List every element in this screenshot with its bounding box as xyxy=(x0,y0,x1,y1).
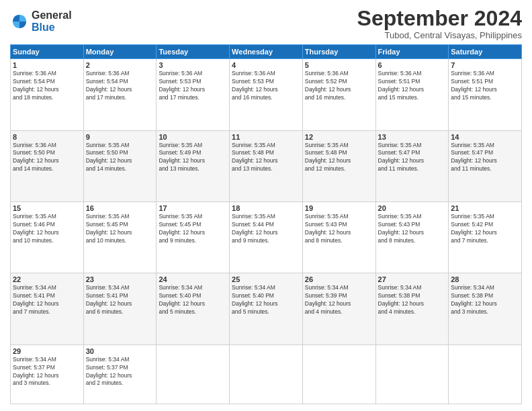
day-info: Sunrise: 5:35 AMSunset: 5:47 PMDaylight:… xyxy=(451,142,519,174)
table-row: 9Sunrise: 5:35 AMSunset: 5:50 PMDaylight… xyxy=(83,130,157,201)
day-info: Sunrise: 5:36 AMSunset: 5:53 PMDaylight:… xyxy=(159,70,227,102)
day-info: Sunrise: 5:34 AMSunset: 5:41 PMDaylight:… xyxy=(86,284,154,316)
day-number: 24 xyxy=(159,275,227,283)
day-number: 25 xyxy=(232,275,300,283)
table-row: 4Sunrise: 5:36 AMSunset: 5:53 PMDaylight… xyxy=(230,59,303,130)
logo-blue: Blue xyxy=(32,21,72,34)
day-number: 27 xyxy=(378,275,447,283)
logo-general: General xyxy=(32,9,72,21)
title-block: September 2024 Tubod, Central Visayas, P… xyxy=(357,7,522,40)
col-monday: Monday xyxy=(83,45,157,59)
day-info: Sunrise: 5:34 AMSunset: 5:38 PMDaylight:… xyxy=(451,284,519,316)
table-row: 7Sunrise: 5:36 AMSunset: 5:51 PMDaylight… xyxy=(449,59,522,130)
day-number: 16 xyxy=(86,204,154,212)
day-number: 30 xyxy=(86,347,154,355)
table-row: 10Sunrise: 5:35 AMSunset: 5:49 PMDayligh… xyxy=(157,130,230,201)
day-number: 26 xyxy=(305,275,373,283)
calendar-table: Sunday Monday Tuesday Wednesday Thursday… xyxy=(10,44,522,404)
day-number: 10 xyxy=(159,133,227,141)
table-row: 18Sunrise: 5:35 AMSunset: 5:44 PMDayligh… xyxy=(230,201,303,273)
table-row: 5Sunrise: 5:36 AMSunset: 5:52 PMDaylight… xyxy=(302,59,375,130)
table-row: 19Sunrise: 5:35 AMSunset: 5:43 PMDayligh… xyxy=(302,201,375,273)
table-row xyxy=(230,345,303,404)
day-info: Sunrise: 5:34 AMSunset: 5:40 PMDaylight:… xyxy=(232,284,300,316)
header: General Blue September 2024 Tubod, Centr… xyxy=(10,7,522,40)
day-number: 5 xyxy=(305,61,373,69)
day-number: 21 xyxy=(451,204,519,212)
table-row: 13Sunrise: 5:35 AMSunset: 5:47 PMDayligh… xyxy=(375,130,449,201)
month-title: September 2024 xyxy=(357,7,522,30)
table-row: 1Sunrise: 5:36 AMSunset: 5:54 PMDaylight… xyxy=(11,59,84,130)
day-info: Sunrise: 5:36 AMSunset: 5:54 PMDaylight:… xyxy=(86,70,154,102)
day-number: 22 xyxy=(13,275,81,283)
logo: General Blue xyxy=(10,9,72,33)
day-info: Sunrise: 5:35 AMSunset: 5:44 PMDaylight:… xyxy=(232,213,300,245)
day-info: Sunrise: 5:35 AMSunset: 5:43 PMDaylight:… xyxy=(305,213,373,245)
day-info: Sunrise: 5:35 AMSunset: 5:45 PMDaylight:… xyxy=(159,213,227,245)
day-number: 15 xyxy=(13,204,81,212)
day-number: 11 xyxy=(232,133,300,141)
day-number: 3 xyxy=(159,61,227,69)
table-row: 15Sunrise: 5:35 AMSunset: 5:46 PMDayligh… xyxy=(11,201,84,273)
table-row: 16Sunrise: 5:35 AMSunset: 5:45 PMDayligh… xyxy=(83,201,157,273)
table-row: 28Sunrise: 5:34 AMSunset: 5:38 PMDayligh… xyxy=(449,273,522,345)
day-number: 28 xyxy=(451,275,519,283)
table-row: 3Sunrise: 5:36 AMSunset: 5:53 PMDaylight… xyxy=(157,59,230,130)
table-row: 12Sunrise: 5:35 AMSunset: 5:48 PMDayligh… xyxy=(302,130,375,201)
table-row xyxy=(157,345,230,404)
day-info: Sunrise: 5:34 AMSunset: 5:41 PMDaylight:… xyxy=(13,284,81,316)
day-info: Sunrise: 5:35 AMSunset: 5:48 PMDaylight:… xyxy=(305,142,373,174)
table-row xyxy=(375,345,449,404)
table-row xyxy=(449,345,522,404)
day-number: 17 xyxy=(159,204,227,212)
col-tuesday: Tuesday xyxy=(157,45,230,59)
day-info: Sunrise: 5:34 AMSunset: 5:37 PMDaylight:… xyxy=(13,356,81,388)
day-number: 6 xyxy=(378,61,447,69)
day-info: Sunrise: 5:36 AMSunset: 5:53 PMDaylight:… xyxy=(232,70,300,102)
table-row: 29Sunrise: 5:34 AMSunset: 5:37 PMDayligh… xyxy=(11,345,84,404)
col-sunday: Sunday xyxy=(11,45,84,59)
table-row: 23Sunrise: 5:34 AMSunset: 5:41 PMDayligh… xyxy=(83,273,157,345)
day-info: Sunrise: 5:35 AMSunset: 5:48 PMDaylight:… xyxy=(232,142,300,174)
day-number: 29 xyxy=(13,347,81,355)
table-row xyxy=(302,345,375,404)
col-friday: Friday xyxy=(375,45,449,59)
table-row: 17Sunrise: 5:35 AMSunset: 5:45 PMDayligh… xyxy=(157,201,230,273)
day-info: Sunrise: 5:36 AMSunset: 5:50 PMDaylight:… xyxy=(13,142,81,174)
day-info: Sunrise: 5:36 AMSunset: 5:51 PMDaylight:… xyxy=(378,70,447,102)
col-saturday: Saturday xyxy=(449,45,522,59)
table-row: 30Sunrise: 5:34 AMSunset: 5:37 PMDayligh… xyxy=(83,345,157,404)
day-info: Sunrise: 5:34 AMSunset: 5:39 PMDaylight:… xyxy=(305,284,373,316)
location-subtitle: Tubod, Central Visayas, Philippines xyxy=(357,30,522,40)
day-number: 4 xyxy=(232,61,300,69)
table-row: 11Sunrise: 5:35 AMSunset: 5:48 PMDayligh… xyxy=(230,130,303,201)
table-row: 14Sunrise: 5:35 AMSunset: 5:47 PMDayligh… xyxy=(449,130,522,201)
day-info: Sunrise: 5:36 AMSunset: 5:52 PMDaylight:… xyxy=(305,70,373,102)
day-number: 13 xyxy=(378,133,447,141)
table-row: 6Sunrise: 5:36 AMSunset: 5:51 PMDaylight… xyxy=(375,59,449,130)
day-number: 20 xyxy=(378,204,447,212)
day-info: Sunrise: 5:35 AMSunset: 5:47 PMDaylight:… xyxy=(378,142,447,174)
col-wednesday: Wednesday xyxy=(230,45,303,59)
logo-text: General Blue xyxy=(32,9,72,33)
day-info: Sunrise: 5:36 AMSunset: 5:54 PMDaylight:… xyxy=(13,70,81,102)
day-info: Sunrise: 5:36 AMSunset: 5:51 PMDaylight:… xyxy=(451,70,519,102)
day-info: Sunrise: 5:34 AMSunset: 5:38 PMDaylight:… xyxy=(378,284,447,316)
table-row: 24Sunrise: 5:34 AMSunset: 5:40 PMDayligh… xyxy=(157,273,230,345)
day-info: Sunrise: 5:35 AMSunset: 5:45 PMDaylight:… xyxy=(86,213,154,245)
day-info: Sunrise: 5:34 AMSunset: 5:37 PMDaylight:… xyxy=(86,356,154,388)
day-info: Sunrise: 5:35 AMSunset: 5:42 PMDaylight:… xyxy=(451,213,519,245)
day-number: 18 xyxy=(232,204,300,212)
day-info: Sunrise: 5:35 AMSunset: 5:49 PMDaylight:… xyxy=(159,142,227,174)
day-number: 14 xyxy=(451,133,519,141)
table-row: 27Sunrise: 5:34 AMSunset: 5:38 PMDayligh… xyxy=(375,273,449,345)
logo-icon xyxy=(10,12,29,31)
table-row: 26Sunrise: 5:34 AMSunset: 5:39 PMDayligh… xyxy=(302,273,375,345)
day-number: 19 xyxy=(305,204,373,212)
page: General Blue September 2024 Tubod, Centr… xyxy=(0,0,532,411)
table-row: 20Sunrise: 5:35 AMSunset: 5:43 PMDayligh… xyxy=(375,201,449,273)
day-number: 12 xyxy=(305,133,373,141)
col-thursday: Thursday xyxy=(302,45,375,59)
calendar-header-row: Sunday Monday Tuesday Wednesday Thursday… xyxy=(11,45,522,59)
table-row: 22Sunrise: 5:34 AMSunset: 5:41 PMDayligh… xyxy=(11,273,84,345)
